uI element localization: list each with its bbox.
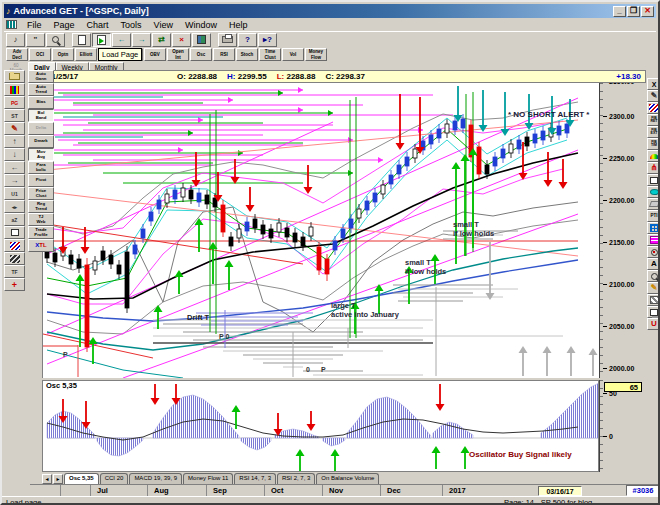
gann-fan-icon[interactable]	[647, 150, 660, 162]
pencil-icon[interactable]: ✎	[647, 90, 660, 102]
copy-icon[interactable]	[647, 306, 660, 318]
text-tool-icon[interactable]: A	[647, 258, 660, 270]
study-xtl[interactable]: XTL	[28, 239, 54, 252]
help-icon[interactable]: ?	[238, 33, 257, 47]
trendline-icon[interactable]	[647, 102, 660, 114]
indicator-tab-macd-19-39-9[interactable]: MACD 19, 39, 9	[129, 473, 182, 484]
study-btn-stoch[interactable]: Stoch	[236, 48, 258, 61]
tile-windows-icon[interactable]	[192, 33, 211, 47]
study-pivot[interactable]: Pivot	[28, 174, 54, 187]
study-auto-trend[interactable]: AutoTrend	[28, 83, 54, 96]
study-delta[interactable]: Delta	[28, 122, 54, 135]
sort-icon[interactable]: aZ	[4, 213, 25, 226]
expand-icon[interactable]: ◂▸	[4, 200, 25, 213]
zoom-in-icon[interactable]	[647, 270, 660, 282]
close-chart-icon[interactable]: X	[647, 78, 660, 90]
page-layout-icon[interactable]	[4, 83, 25, 96]
study-tj-web[interactable]: TJWeb	[28, 213, 54, 226]
fib-extension-icon[interactable]: FIBEXT	[647, 126, 660, 138]
menu-view[interactable]: View	[148, 19, 179, 31]
rectangle-icon[interactable]	[647, 174, 660, 186]
study-trade-profile[interactable]: TradeProfile	[28, 226, 54, 239]
scroll-down-icon[interactable]: ↓	[4, 148, 25, 161]
menu-help[interactable]: Help	[223, 19, 254, 31]
study-btn-obv[interactable]: OBV	[144, 48, 166, 61]
menu-page[interactable]: Page	[48, 19, 81, 31]
box-tool-icon[interactable]	[4, 226, 25, 239]
study-price-clust[interactable]: PriceClust	[28, 187, 54, 200]
print-icon[interactable]	[218, 33, 237, 47]
quote-icon[interactable]: "	[26, 33, 45, 47]
eraser-icon[interactable]	[647, 198, 660, 210]
pitchfork-icon[interactable]: ⋔	[647, 162, 660, 174]
zoom-icon[interactable]	[46, 33, 65, 47]
get-note-icon[interactable]: ♪	[6, 33, 25, 47]
study-btn-osc[interactable]: Osc	[190, 48, 212, 61]
minimize-button[interactable]: _	[613, 6, 626, 17]
scroll-right-icon[interactable]: →	[4, 174, 25, 187]
indicator-tab-rsi-2-7-3[interactable]: RSI 2, 7, 3	[277, 473, 315, 484]
indicator-tab-osc-5-35[interactable]: Osc 5,35	[64, 473, 99, 484]
color-pencil-icon[interactable]: ✎	[647, 282, 660, 294]
page-reset-icon[interactable]: PG	[4, 96, 25, 109]
menu-file[interactable]: File	[21, 19, 48, 31]
scroll-up-icon[interactable]: ↑	[4, 135, 25, 148]
maximize-button[interactable]: ❐	[627, 6, 640, 17]
child-window-icon[interactable]	[6, 20, 17, 29]
scroll-left-icon[interactable]: ←	[4, 161, 25, 174]
study-bias[interactable]: Bias	[28, 96, 54, 109]
new-page-icon[interactable]	[72, 33, 91, 47]
context-help-icon[interactable]: ▸?	[258, 33, 277, 47]
study-mov-avg[interactable]: MovAvg	[28, 148, 54, 161]
indicator-tab-on-balance-volume[interactable]: On Balance Volume	[316, 473, 379, 484]
study-bol-band[interactable]: BolBand	[28, 109, 54, 122]
fib-retracement-icon[interactable]: FIBRET	[647, 114, 660, 126]
indicator-tab-rsi-14-7-3[interactable]: RSI 14, 7, 3	[234, 473, 276, 484]
study-btn-rsi[interactable]: RSI	[213, 48, 235, 61]
open-chart-icon[interactable]	[4, 70, 25, 83]
refresh-icon[interactable]: ⇄	[152, 33, 171, 47]
study-btn-open-int[interactable]: OpenInt	[167, 48, 189, 61]
load-page-icon[interactable]	[92, 33, 111, 47]
study-reg-trend[interactable]: RegTrend	[28, 200, 54, 213]
mob-icon[interactable]	[647, 234, 660, 246]
price-chart-panel[interactable]: * NO SHORT ALERT *small T if low holdssm…	[42, 83, 599, 378]
fib-time-icon[interactable]: FIBTIM	[647, 138, 660, 150]
tabs-scroll-left[interactable]: ◂	[42, 474, 52, 484]
undo-icon[interactable]: U	[647, 318, 660, 330]
draw-pencil-icon[interactable]: ✎	[4, 122, 25, 135]
tabs-scroll-right[interactable]: ▸	[53, 474, 63, 484]
line-style-icon[interactable]	[4, 239, 25, 252]
study-btn-adv-decl[interactable]: AdvDecl	[6, 48, 28, 61]
menu-window[interactable]: Window	[179, 19, 223, 31]
indicator-tab-money-flow-11[interactable]: Money Flow 11	[183, 473, 233, 484]
study-icon[interactable]: ST	[4, 109, 25, 122]
study-btn-money-flow[interactable]: MoneyFlow	[305, 48, 327, 61]
indicator-tab-cci-20[interactable]: CCI 20	[100, 473, 129, 484]
study-btn-time-clust[interactable]: TimeClust	[259, 48, 281, 61]
oscillator-panel[interactable]: Osc 5,35Oscillator Buy Signal likely	[42, 380, 599, 472]
study-btn-optn[interactable]: Optn	[52, 48, 74, 61]
crosshair-icon[interactable]: +	[4, 278, 25, 291]
delete-icon[interactable]: ×	[172, 33, 191, 47]
close-button[interactable]: ✕	[641, 6, 654, 17]
study-dmark[interactable]: Dmark	[28, 135, 54, 148]
units-icon[interactable]: U1	[4, 187, 25, 200]
pattern-icon[interactable]	[647, 294, 660, 306]
date-marker-box[interactable]: 03/16/17	[538, 486, 582, 496]
menu-chart[interactable]: Chart	[81, 19, 115, 31]
study-btn-vol[interactable]: Vol	[282, 48, 304, 61]
study-auto-gann[interactable]: AutoGann	[28, 70, 54, 83]
snapshot-icon[interactable]	[647, 246, 660, 258]
study-btn-elliott[interactable]: Elliott	[75, 48, 97, 61]
study-btn-oci[interactable]: OCI	[29, 48, 51, 61]
next-page-icon[interactable]: →	[132, 33, 151, 47]
prev-page-icon[interactable]: ←	[112, 33, 131, 47]
study-para-bolic[interactable]: Parabolic	[28, 161, 54, 174]
gann-style-icon[interactable]	[4, 252, 25, 265]
menu-tools[interactable]: Tools	[115, 19, 148, 31]
timeframe-icon[interactable]: TF	[4, 265, 25, 278]
ellipse-icon[interactable]	[647, 186, 660, 198]
grid-icon[interactable]	[647, 222, 660, 234]
pti-icon[interactable]: PTI	[647, 210, 660, 222]
